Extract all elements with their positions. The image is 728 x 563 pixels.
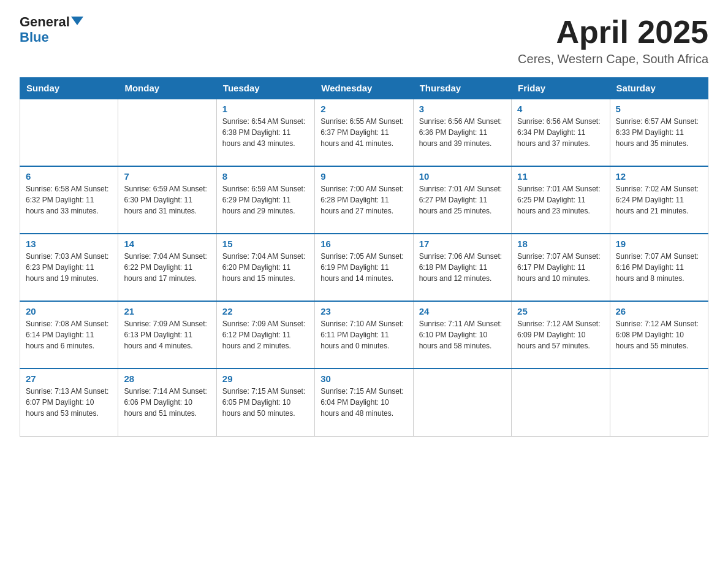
day-number: 9	[320, 171, 407, 182]
day-info: Sunrise: 7:01 AM Sunset: 6:25 PM Dayligh…	[517, 183, 604, 216]
day-info: Sunrise: 7:01 AM Sunset: 6:27 PM Dayligh…	[419, 183, 506, 216]
day-info: Sunrise: 7:10 AM Sunset: 6:11 PM Dayligh…	[320, 318, 407, 351]
calendar-cell: 21Sunrise: 7:09 AM Sunset: 6:13 PM Dayli…	[118, 301, 216, 369]
calendar-cell: 2Sunrise: 6:55 AM Sunset: 6:37 PM Daylig…	[315, 99, 413, 166]
calendar-cell: 5Sunrise: 6:57 AM Sunset: 6:33 PM Daylig…	[610, 99, 708, 166]
day-number: 3	[419, 104, 506, 114]
day-info: Sunrise: 6:54 AM Sunset: 6:38 PM Dayligh…	[222, 116, 309, 149]
calendar-cell: 30Sunrise: 7:15 AM Sunset: 6:04 PM Dayli…	[315, 369, 413, 436]
day-info: Sunrise: 7:05 AM Sunset: 6:19 PM Dayligh…	[320, 251, 407, 284]
day-info: Sunrise: 6:55 AM Sunset: 6:37 PM Dayligh…	[320, 116, 407, 149]
day-info: Sunrise: 7:04 AM Sunset: 6:22 PM Dayligh…	[124, 251, 210, 284]
day-info: Sunrise: 6:59 AM Sunset: 6:30 PM Dayligh…	[124, 183, 210, 216]
page-header: General Blue April 2025 Ceres, Western C…	[20, 15, 708, 66]
calendar-header-saturday: Saturday	[610, 78, 708, 99]
logo-text-blue: Blue	[20, 29, 49, 45]
calendar-header-sunday: Sunday	[20, 78, 118, 99]
calendar-cell: 16Sunrise: 7:05 AM Sunset: 6:19 PM Dayli…	[315, 234, 413, 301]
calendar-cell: 13Sunrise: 7:03 AM Sunset: 6:23 PM Dayli…	[20, 234, 118, 301]
day-number: 24	[419, 306, 506, 316]
calendar-cell: 19Sunrise: 7:07 AM Sunset: 6:16 PM Dayli…	[610, 234, 708, 301]
day-number: 14	[124, 239, 210, 249]
day-info: Sunrise: 6:59 AM Sunset: 6:29 PM Dayligh…	[222, 183, 309, 216]
calendar-week-row: 1Sunrise: 6:54 AM Sunset: 6:38 PM Daylig…	[20, 99, 708, 166]
day-info: Sunrise: 6:56 AM Sunset: 6:36 PM Dayligh…	[419, 116, 506, 149]
day-info: Sunrise: 7:03 AM Sunset: 6:23 PM Dayligh…	[26, 251, 112, 284]
calendar-cell: 7Sunrise: 6:59 AM Sunset: 6:30 PM Daylig…	[118, 166, 216, 234]
calendar-cell: 25Sunrise: 7:12 AM Sunset: 6:09 PM Dayli…	[512, 301, 610, 369]
calendar-week-row: 20Sunrise: 7:08 AM Sunset: 6:14 PM Dayli…	[20, 301, 708, 369]
calendar-cell: 12Sunrise: 7:02 AM Sunset: 6:24 PM Dayli…	[610, 166, 708, 234]
calendar-cell	[610, 369, 708, 436]
calendar-cell: 8Sunrise: 6:59 AM Sunset: 6:29 PM Daylig…	[216, 166, 314, 234]
calendar-cell: 4Sunrise: 6:56 AM Sunset: 6:34 PM Daylig…	[512, 99, 610, 166]
logo: General Blue	[20, 15, 83, 45]
day-number: 23	[320, 306, 407, 316]
calendar-cell: 14Sunrise: 7:04 AM Sunset: 6:22 PM Dayli…	[118, 234, 216, 301]
logo-triangle-icon	[71, 17, 83, 25]
day-info: Sunrise: 7:09 AM Sunset: 6:13 PM Dayligh…	[124, 318, 210, 351]
calendar-header-monday: Monday	[118, 78, 216, 99]
day-number: 2	[320, 104, 407, 114]
page-subtitle: Ceres, Western Cape, South Africa	[518, 52, 708, 66]
day-info: Sunrise: 7:15 AM Sunset: 6:05 PM Dayligh…	[222, 386, 309, 419]
calendar-cell	[413, 369, 511, 436]
calendar-header-friday: Friday	[512, 78, 610, 99]
calendar-week-row: 6Sunrise: 6:58 AM Sunset: 6:32 PM Daylig…	[20, 166, 708, 234]
calendar-header-tuesday: Tuesday	[216, 78, 314, 99]
day-number: 22	[222, 306, 309, 316]
calendar-header-wednesday: Wednesday	[315, 78, 413, 99]
calendar-cell: 24Sunrise: 7:11 AM Sunset: 6:10 PM Dayli…	[413, 301, 511, 369]
day-info: Sunrise: 7:07 AM Sunset: 6:16 PM Dayligh…	[616, 251, 702, 284]
day-number: 19	[616, 239, 702, 249]
day-number: 5	[616, 104, 702, 114]
calendar-cell: 18Sunrise: 7:07 AM Sunset: 6:17 PM Dayli…	[512, 234, 610, 301]
day-number: 13	[26, 239, 112, 249]
calendar-cell: 6Sunrise: 6:58 AM Sunset: 6:32 PM Daylig…	[20, 166, 118, 234]
calendar-table: SundayMondayTuesdayWednesdayThursdayFrid…	[20, 77, 708, 437]
calendar-cell: 10Sunrise: 7:01 AM Sunset: 6:27 PM Dayli…	[413, 166, 511, 234]
calendar-cell: 3Sunrise: 6:56 AM Sunset: 6:36 PM Daylig…	[413, 99, 511, 166]
day-number: 11	[517, 171, 604, 182]
calendar-cell: 26Sunrise: 7:12 AM Sunset: 6:08 PM Dayli…	[610, 301, 708, 369]
day-number: 6	[26, 171, 112, 182]
day-info: Sunrise: 7:00 AM Sunset: 6:28 PM Dayligh…	[320, 183, 407, 216]
calendar-cell: 15Sunrise: 7:04 AM Sunset: 6:20 PM Dayli…	[216, 234, 314, 301]
calendar-cell: 9Sunrise: 7:00 AM Sunset: 6:28 PM Daylig…	[315, 166, 413, 234]
calendar-cell: 17Sunrise: 7:06 AM Sunset: 6:18 PM Dayli…	[413, 234, 511, 301]
calendar-cell: 23Sunrise: 7:10 AM Sunset: 6:11 PM Dayli…	[315, 301, 413, 369]
day-number: 27	[26, 373, 112, 384]
calendar-cell	[512, 369, 610, 436]
calendar-week-row: 27Sunrise: 7:13 AM Sunset: 6:07 PM Dayli…	[20, 369, 708, 436]
day-info: Sunrise: 6:56 AM Sunset: 6:34 PM Dayligh…	[517, 116, 604, 149]
day-number: 15	[222, 239, 309, 249]
calendar-cell	[20, 99, 118, 166]
day-number: 4	[517, 104, 604, 114]
page-title: April 2025	[518, 15, 708, 50]
day-number: 16	[320, 239, 407, 249]
title-section: April 2025 Ceres, Western Cape, South Af…	[518, 15, 708, 66]
calendar-cell: 27Sunrise: 7:13 AM Sunset: 6:07 PM Dayli…	[20, 369, 118, 436]
day-number: 10	[419, 171, 506, 182]
logo-text-general: General	[20, 15, 70, 29]
day-number: 21	[124, 306, 210, 316]
day-info: Sunrise: 6:57 AM Sunset: 6:33 PM Dayligh…	[616, 116, 702, 149]
day-info: Sunrise: 7:15 AM Sunset: 6:04 PM Dayligh…	[320, 386, 407, 419]
day-number: 25	[517, 306, 604, 316]
day-number: 29	[222, 373, 309, 384]
day-number: 17	[419, 239, 506, 249]
day-number: 20	[26, 306, 112, 316]
calendar-header-row: SundayMondayTuesdayWednesdayThursdayFrid…	[20, 78, 708, 99]
day-number: 7	[124, 171, 210, 182]
calendar-cell: 28Sunrise: 7:14 AM Sunset: 6:06 PM Dayli…	[118, 369, 216, 436]
calendar-week-row: 13Sunrise: 7:03 AM Sunset: 6:23 PM Dayli…	[20, 234, 708, 301]
day-info: Sunrise: 7:08 AM Sunset: 6:14 PM Dayligh…	[26, 318, 112, 351]
day-number: 26	[616, 306, 702, 316]
day-info: Sunrise: 7:06 AM Sunset: 6:18 PM Dayligh…	[419, 251, 506, 284]
calendar-cell: 29Sunrise: 7:15 AM Sunset: 6:05 PM Dayli…	[216, 369, 314, 436]
day-info: Sunrise: 7:13 AM Sunset: 6:07 PM Dayligh…	[26, 386, 112, 419]
calendar-cell	[118, 99, 216, 166]
day-number: 12	[616, 171, 702, 182]
day-number: 30	[320, 373, 407, 384]
day-number: 18	[517, 239, 604, 249]
